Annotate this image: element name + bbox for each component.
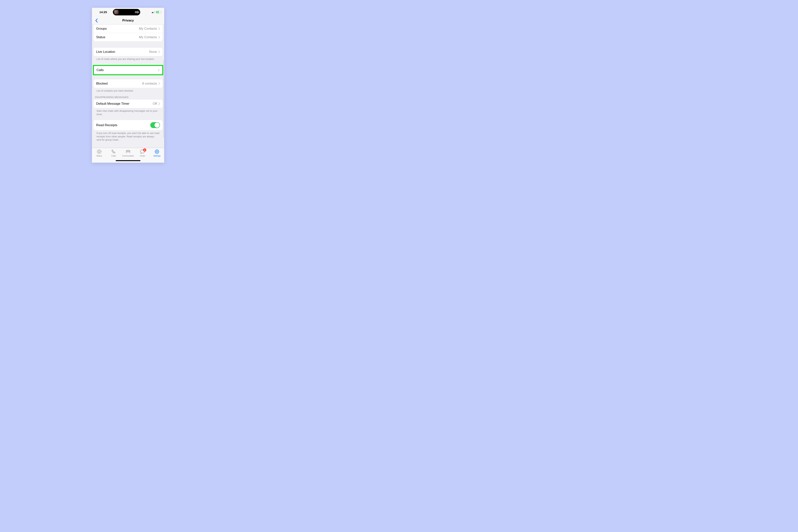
tab-label: Calls (111, 155, 116, 157)
row-label: Status (96, 35, 105, 39)
status-time: 14:25 (95, 11, 112, 14)
row-label: Read Receipts (96, 123, 117, 127)
chevron-right-icon (158, 36, 160, 39)
phone-icon (111, 149, 116, 154)
tab-label: Communities (122, 155, 134, 157)
chevron-right-icon (158, 51, 160, 53)
svg-point-4 (129, 151, 130, 152)
nav-header: Privacy (92, 17, 164, 24)
home-indicator[interactable] (116, 160, 140, 161)
status-right: 60 (152, 11, 162, 14)
row-groups[interactable]: Groups My Contacts (94, 24, 163, 33)
row-label: Live Location (96, 50, 115, 54)
footer-dmt: Start new chats with disappearing messag… (94, 108, 163, 116)
gear-icon (154, 149, 159, 154)
row-label: Groups (96, 27, 107, 31)
tab-label: Settings (153, 155, 160, 157)
now-playing-thumb (114, 10, 118, 15)
phone-frame: 14:25 60 Privacy Groups (92, 8, 164, 163)
communities-icon (125, 149, 131, 154)
chevron-right-icon (158, 69, 159, 72)
svg-point-0 (97, 150, 101, 154)
svg-point-2 (128, 150, 129, 151)
row-label: Blocked (96, 82, 108, 86)
read-receipts-toggle[interactable] (150, 122, 160, 128)
row-label: Calls (96, 68, 104, 72)
scroll-indicator[interactable] (163, 60, 164, 138)
signal-icon (152, 11, 155, 13)
svg-point-6 (156, 151, 158, 152)
back-button[interactable] (93, 17, 100, 24)
row-default-message-timer[interactable]: Default Message Timer Off (94, 99, 163, 108)
dynamic-island[interactable] (113, 9, 140, 15)
tab-status[interactable]: Status (92, 149, 107, 163)
footer-live-location: List of chats where you are sharing your… (94, 56, 163, 61)
footer-blocked: List of contacts you have blocked. (94, 88, 163, 93)
battery-icon: 60 (156, 11, 162, 14)
annotation-highlight: Calls (93, 65, 163, 75)
row-blocked[interactable]: Blocked 8 contacts (94, 79, 163, 88)
svg-line-11 (155, 150, 156, 151)
chevron-right-icon (158, 27, 160, 30)
status-icon (97, 149, 102, 154)
tab-bar: Status Calls Communities 2 Chats Set (92, 148, 164, 163)
status-bar: 14:25 60 (92, 8, 164, 17)
chevron-right-icon (158, 102, 160, 105)
svg-line-14 (155, 153, 156, 153)
tab-label: Status (96, 155, 102, 157)
svg-line-12 (158, 153, 159, 153)
row-live-location[interactable]: Live Location None (94, 48, 163, 56)
row-value: 8 contacts (142, 82, 157, 86)
section-header-disappearing: Disappearing Messages (92, 92, 164, 99)
row-label: Default Message Timer (96, 102, 129, 106)
row-read-receipts: Read Receipts (94, 120, 163, 130)
row-status[interactable]: Status My Contacts (94, 33, 163, 41)
chevron-right-icon (158, 82, 160, 85)
row-value: None (149, 50, 157, 54)
footer-read-receipts: If you turn off read receipts, you won't… (94, 130, 163, 141)
row-value: My Contacts (139, 27, 157, 31)
audio-wave-icon (135, 11, 139, 14)
svg-point-3 (126, 151, 127, 152)
tab-settings[interactable]: Settings (150, 149, 164, 163)
row-value: My Contacts (139, 35, 157, 39)
page-title: Privacy (122, 19, 134, 22)
svg-line-13 (158, 150, 159, 151)
content[interactable]: Groups My Contacts Status My Contacts Li… (92, 24, 164, 148)
row-value: Off (153, 102, 157, 106)
tab-label: Chats (140, 155, 145, 157)
svg-point-1 (98, 151, 100, 153)
chats-badge: 2 (143, 148, 146, 152)
row-calls[interactable]: Calls (94, 66, 162, 74)
chevron-left-icon (95, 18, 98, 23)
